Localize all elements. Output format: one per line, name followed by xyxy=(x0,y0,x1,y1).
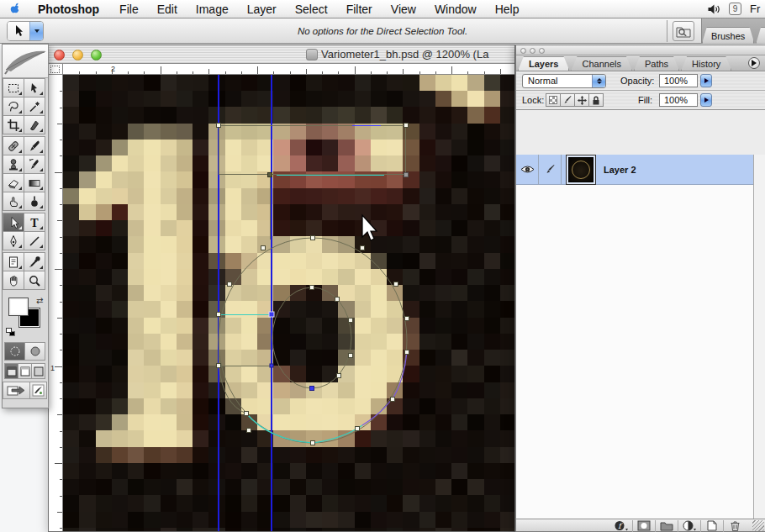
direct-selection-tool[interactable] xyxy=(3,213,24,232)
eraser-tool[interactable] xyxy=(3,173,24,192)
anchor-point[interactable] xyxy=(356,427,360,431)
tab-history[interactable]: History xyxy=(681,56,731,71)
swap-colors-icon[interactable]: ⇄ xyxy=(36,296,43,305)
blend-mode-select[interactable]: Normal xyxy=(522,74,606,88)
tool-preset-picker[interactable] xyxy=(7,21,44,41)
layer-thumbnail[interactable] xyxy=(567,155,595,184)
eyedropper-tool[interactable] xyxy=(24,252,45,271)
palette-resize-grip[interactable] xyxy=(752,520,764,531)
path-anchor-points[interactable] xyxy=(217,124,409,445)
anchor-point[interactable] xyxy=(405,350,409,355)
anchor-point[interactable] xyxy=(217,124,221,128)
canvas[interactable] xyxy=(63,75,515,532)
menu-clock[interactable]: Fr xyxy=(750,3,765,15)
anchor-point[interactable] xyxy=(361,246,365,250)
layer-row[interactable]: Layer 2 xyxy=(516,155,754,185)
toolbox-header[interactable] xyxy=(3,45,48,78)
clone-stamp-tool[interactable] xyxy=(3,155,24,174)
menu-layer[interactable]: Layer xyxy=(238,0,286,18)
anchor-point[interactable] xyxy=(404,173,409,177)
hand-tool[interactable] xyxy=(3,271,24,290)
jump-to-imageready-button[interactable] xyxy=(3,382,30,399)
gradient-tool[interactable] xyxy=(24,173,45,192)
menu-edit[interactable]: Edit xyxy=(148,0,187,18)
volume-icon[interactable] xyxy=(707,3,720,15)
menu-help[interactable]: Help xyxy=(486,0,529,18)
anchor-point[interactable] xyxy=(405,317,409,321)
layer-list-scrollbar[interactable] xyxy=(753,155,765,519)
add-layer-mask-button[interactable] xyxy=(633,520,656,532)
tab-paths[interactable]: Paths xyxy=(634,56,679,71)
zoom-button[interactable] xyxy=(91,50,102,61)
anchor-point[interactable] xyxy=(261,246,266,250)
anchor-point[interactable] xyxy=(349,354,353,358)
anchor-point[interactable] xyxy=(217,364,221,368)
close-button[interactable] xyxy=(54,50,65,61)
anchor-point[interactable] xyxy=(228,282,232,287)
layer-style-button[interactable]: f xyxy=(610,520,633,532)
anchor-point[interactable] xyxy=(404,124,409,128)
palette-zoom-button[interactable] xyxy=(539,48,545,54)
blend-mode-stepper[interactable] xyxy=(592,75,605,87)
quick-mask-mode-button[interactable] xyxy=(24,342,45,361)
menu-image[interactable]: Image xyxy=(187,0,238,18)
anchor-point[interactable] xyxy=(310,387,314,391)
vector-path[interactable] xyxy=(219,126,407,444)
magic-wand-tool[interactable] xyxy=(24,97,45,116)
palette-menu-button[interactable] xyxy=(748,57,760,69)
vertical-ruler[interactable]: 1 xyxy=(49,75,63,532)
adjustment-layer-button[interactable] xyxy=(678,520,701,532)
tab-layers[interactable]: Layers xyxy=(518,56,569,71)
anchor-point[interactable] xyxy=(311,441,315,445)
anchor-point[interactable] xyxy=(270,364,273,367)
fill-field[interactable]: 100% xyxy=(659,93,698,107)
move-tool[interactable] xyxy=(24,78,45,97)
fill-slider-button[interactable] xyxy=(700,93,712,107)
rectangular-marquee-tool[interactable] xyxy=(3,78,24,97)
notes-tool[interactable] xyxy=(3,252,24,271)
tool-preset-dropdown[interactable] xyxy=(29,22,43,40)
anchor-point[interactable] xyxy=(391,398,395,402)
slice-tool[interactable] xyxy=(24,115,45,134)
layer-edit-indicator-cell[interactable] xyxy=(539,155,562,185)
standard-screen-mode-button[interactable] xyxy=(4,363,18,379)
anchor-point[interactable] xyxy=(335,298,340,302)
fullscreen-mode-button[interactable] xyxy=(31,363,45,379)
menu-view[interactable]: View xyxy=(382,0,425,18)
anchor-point[interactable] xyxy=(310,286,314,290)
palette-close-button[interactable] xyxy=(520,48,526,54)
menu-window[interactable]: Window xyxy=(425,0,486,18)
tab-channels[interactable]: Channels xyxy=(571,56,631,71)
anchor-point[interactable] xyxy=(337,374,341,378)
imageready-icon-button[interactable] xyxy=(29,382,47,399)
anchor-point[interactable] xyxy=(245,412,249,416)
opacity-slider-button[interactable] xyxy=(700,74,712,87)
default-colors-icon[interactable] xyxy=(6,328,16,337)
layer-visibility-cell[interactable] xyxy=(516,155,539,185)
standard-mode-button[interactable] xyxy=(4,342,25,361)
anchor-point[interactable] xyxy=(269,312,274,317)
new-layer-button[interactable] xyxy=(701,520,724,532)
anchor-point[interactable] xyxy=(247,429,251,433)
menu-filter[interactable]: Filter xyxy=(337,0,382,18)
opacity-field[interactable]: 100% xyxy=(659,74,698,87)
horizontal-ruler[interactable]: 2 xyxy=(63,64,515,75)
palette-well-tab-layer-comps[interactable]: Lay xyxy=(756,27,765,44)
ruler-origin-corner[interactable] xyxy=(49,64,63,75)
history-brush-tool[interactable] xyxy=(24,155,45,174)
anchor-point[interactable] xyxy=(268,173,272,177)
foreground-color-swatch[interactable] xyxy=(8,298,29,316)
line-tool[interactable] xyxy=(24,231,45,250)
palette-minimize-button[interactable] xyxy=(530,48,536,54)
minimize-button[interactable] xyxy=(72,50,83,61)
new-group-button[interactable] xyxy=(656,520,678,532)
palette-well-tab-brushes[interactable]: Brushes xyxy=(702,27,754,44)
anchor-point[interactable] xyxy=(217,313,221,317)
type-tool[interactable]: T xyxy=(24,213,45,232)
anchor-point[interactable] xyxy=(349,319,353,323)
brush-tool[interactable] xyxy=(24,136,45,155)
anchor-point[interactable] xyxy=(311,236,315,240)
healing-brush-tool[interactable] xyxy=(3,136,24,155)
lock-transparency-button[interactable] xyxy=(546,93,561,107)
lasso-tool[interactable] xyxy=(3,97,24,116)
